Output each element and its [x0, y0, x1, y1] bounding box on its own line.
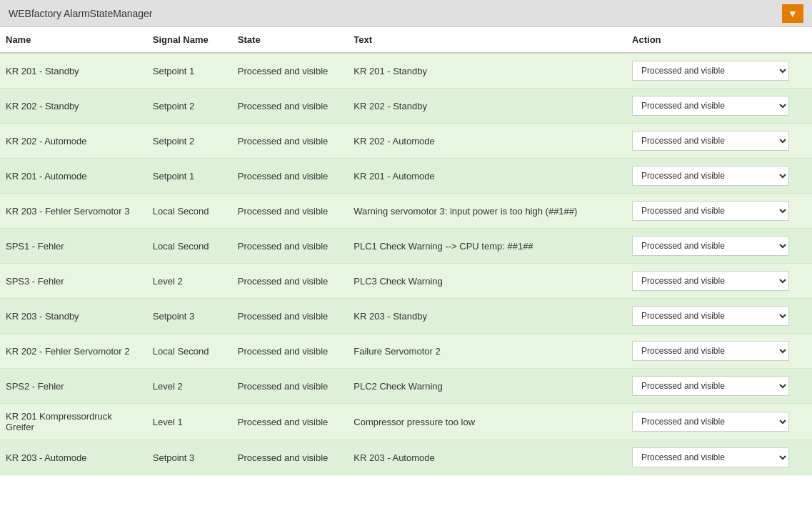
cell-action[interactable]: Processed and visibleProcessed and invis…: [626, 159, 812, 194]
filter-icon: ▼: [788, 8, 798, 19]
table-row: KR 203 - StandbySetpoint 3Processed and …: [0, 299, 812, 334]
cell-text: KR 202 - Automode: [348, 124, 626, 159]
cell-name: KR 201 Kompressordruck Greifer: [0, 404, 147, 440]
cell-name: KR 202 - Standby: [0, 89, 147, 124]
cell-text: Compressor pressure too low: [348, 404, 626, 440]
cell-signal: Setpoint 2: [147, 124, 232, 159]
cell-state: Processed and visible: [232, 124, 348, 159]
table-row: SPS1 - FehlerLocal SecondProcessed and v…: [0, 229, 812, 264]
cell-action[interactable]: Processed and visibleProcessed and invis…: [626, 53, 812, 89]
table-container: Name Signal Name State Text Action KR 20…: [0, 27, 812, 475]
cell-signal: Local Second: [147, 194, 232, 229]
action-select[interactable]: Processed and visibleProcessed and invis…: [632, 166, 789, 186]
action-select[interactable]: Processed and visibleProcessed and invis…: [632, 61, 789, 81]
table-row: KR 202 - StandbySetpoint 2Processed and …: [0, 89, 812, 124]
cell-state: Processed and visible: [232, 53, 348, 89]
cell-state: Processed and visible: [232, 440, 348, 475]
col-header-state: State: [232, 27, 348, 53]
action-select[interactable]: Processed and visibleProcessed and invis…: [632, 341, 789, 361]
table-row: KR 203 - AutomodeSetpoint 3Processed and…: [0, 440, 812, 475]
cell-name: SPS1 - Fehler: [0, 229, 147, 264]
cell-state: Processed and visible: [232, 369, 348, 404]
cell-text: PLC1 Check Warning --> CPU temp: ##1##: [348, 229, 626, 264]
table-row: KR 202 - AutomodeSetpoint 2Processed and…: [0, 124, 812, 159]
table-row: KR 201 - StandbySetpoint 1Processed and …: [0, 53, 812, 89]
table-header-row: Name Signal Name State Text Action: [0, 27, 812, 53]
cell-text: KR 201 - Automode: [348, 159, 626, 194]
cell-signal: Setpoint 2: [147, 89, 232, 124]
cell-text: PLC2 Check Warning: [348, 369, 626, 404]
cell-action[interactable]: Processed and visibleProcessed and invis…: [626, 264, 812, 299]
cell-action[interactable]: Processed and visibleProcessed and invis…: [626, 124, 812, 159]
action-select[interactable]: Processed and visibleProcessed and invis…: [632, 306, 789, 326]
cell-action[interactable]: Processed and visibleProcessed and invis…: [626, 299, 812, 334]
cell-signal: Setpoint 3: [147, 299, 232, 334]
app-title: WEBfactory AlarmStateManager: [9, 8, 153, 19]
action-select[interactable]: Processed and visibleProcessed and invis…: [632, 376, 789, 396]
cell-text: Failure Servomotor 2: [348, 334, 626, 369]
cell-action[interactable]: Processed and visibleProcessed and invis…: [626, 404, 812, 440]
table-row: KR 201 Kompressordruck GreiferLevel 1Pro…: [0, 404, 812, 440]
cell-name: KR 202 - Fehler Servomotor 2: [0, 334, 147, 369]
cell-state: Processed and visible: [232, 299, 348, 334]
action-select[interactable]: Processed and visibleProcessed and invis…: [632, 236, 789, 256]
filter-button[interactable]: ▼: [782, 4, 803, 23]
col-header-signal: Signal Name: [147, 27, 232, 53]
cell-text: PLC3 Check Warning: [348, 264, 626, 299]
cell-action[interactable]: Processed and visibleProcessed and invis…: [626, 229, 812, 264]
table-row: SPS2 - FehlerLevel 2Processed and visibl…: [0, 369, 812, 404]
table-row: KR 202 - Fehler Servomotor 2Local Second…: [0, 334, 812, 369]
cell-signal: Level 2: [147, 369, 232, 404]
cell-signal: Level 1: [147, 404, 232, 440]
action-select[interactable]: Processed and visibleProcessed and invis…: [632, 271, 789, 291]
cell-state: Processed and visible: [232, 334, 348, 369]
cell-name: KR 201 - Standby: [0, 53, 147, 89]
cell-action[interactable]: Processed and visibleProcessed and invis…: [626, 369, 812, 404]
cell-state: Processed and visible: [232, 194, 348, 229]
cell-action[interactable]: Processed and visibleProcessed and invis…: [626, 334, 812, 369]
cell-signal: Setpoint 3: [147, 440, 232, 475]
cell-state: Processed and visible: [232, 229, 348, 264]
action-select[interactable]: Processed and visibleProcessed and invis…: [632, 201, 789, 221]
cell-name: SPS3 - Fehler: [0, 264, 147, 299]
cell-action[interactable]: Processed and visibleProcessed and invis…: [626, 440, 812, 475]
app-header: WEBfactory AlarmStateManager ▼: [0, 0, 812, 27]
col-header-text: Text: [348, 27, 626, 53]
cell-name: KR 203 - Fehler Servomotor 3: [0, 194, 147, 229]
cell-name: SPS2 - Fehler: [0, 369, 147, 404]
cell-text: KR 201 - Standby: [348, 53, 626, 89]
cell-text: KR 203 - Automode: [348, 440, 626, 475]
action-select[interactable]: Processed and visibleProcessed and invis…: [632, 131, 789, 151]
col-header-name: Name: [0, 27, 147, 53]
table-row: SPS3 - FehlerLevel 2Processed and visibl…: [0, 264, 812, 299]
cell-signal: Setpoint 1: [147, 159, 232, 194]
cell-signal: Setpoint 1: [147, 53, 232, 89]
cell-text: KR 203 - Standby: [348, 299, 626, 334]
table-row: KR 201 - AutomodeSetpoint 1Processed and…: [0, 159, 812, 194]
cell-name: KR 203 - Automode: [0, 440, 147, 475]
action-select[interactable]: Processed and visibleProcessed and invis…: [632, 96, 789, 116]
col-header-action: Action: [626, 27, 812, 53]
cell-state: Processed and visible: [232, 89, 348, 124]
cell-name: KR 201 - Automode: [0, 159, 147, 194]
action-select[interactable]: Processed and visibleProcessed and invis…: [632, 447, 789, 467]
alarm-table: Name Signal Name State Text Action KR 20…: [0, 27, 812, 475]
cell-text: Warning servomotor 3: input power is too…: [348, 194, 626, 229]
cell-state: Processed and visible: [232, 159, 348, 194]
cell-name: KR 203 - Standby: [0, 299, 147, 334]
cell-signal: Level 2: [147, 264, 232, 299]
cell-name: KR 202 - Automode: [0, 124, 147, 159]
cell-signal: Local Second: [147, 334, 232, 369]
cell-state: Processed and visible: [232, 404, 348, 440]
cell-action[interactable]: Processed and visibleProcessed and invis…: [626, 89, 812, 124]
cell-state: Processed and visible: [232, 264, 348, 299]
cell-signal: Local Second: [147, 229, 232, 264]
cell-action[interactable]: Processed and visibleProcessed and invis…: [626, 194, 812, 229]
table-row: KR 203 - Fehler Servomotor 3Local Second…: [0, 194, 812, 229]
cell-text: KR 202 - Standby: [348, 89, 626, 124]
action-select[interactable]: Processed and visibleProcessed and invis…: [632, 412, 789, 432]
